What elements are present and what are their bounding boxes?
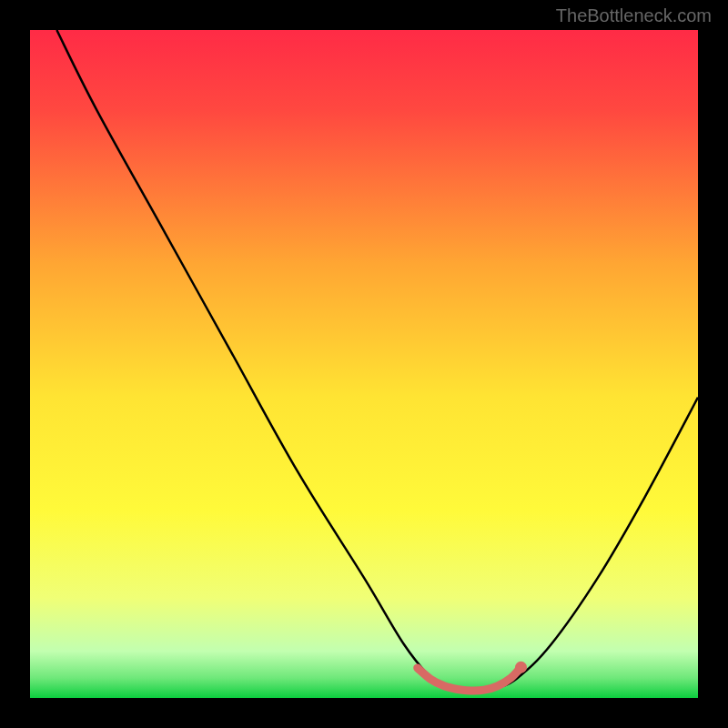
optimal-region-end-dot [515,662,527,673]
chart-area [30,30,698,698]
watermark-text: TheBottleneck.com [556,5,712,26]
gradient-background [30,30,698,698]
bottleneck-chart [30,30,698,698]
